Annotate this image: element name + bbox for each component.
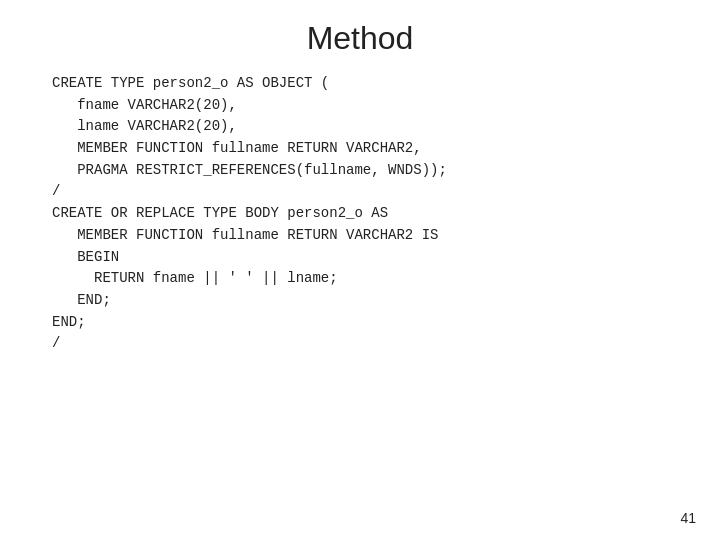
code-block: CREATE TYPE person2_o AS OBJECT ( fname … [0, 73, 720, 355]
code-line-9: BEGIN [52, 247, 690, 269]
code-line-11: END; [52, 290, 690, 312]
code-line-10: RETURN fname || ' ' || lname; [52, 268, 690, 290]
code-line-13: / [52, 333, 690, 355]
page-number: 41 [680, 510, 696, 526]
code-line-6: / [52, 181, 690, 203]
code-line-8: MEMBER FUNCTION fullname RETURN VARCHAR2… [52, 225, 690, 247]
code-line-7: CREATE OR REPLACE TYPE BODY person2_o AS [52, 203, 690, 225]
code-line-1: CREATE TYPE person2_o AS OBJECT ( [52, 73, 690, 95]
code-line-3: lname VARCHAR2(20), [52, 116, 690, 138]
code-line-2: fname VARCHAR2(20), [52, 95, 690, 117]
code-line-4: MEMBER FUNCTION fullname RETURN VARCHAR2… [52, 138, 690, 160]
page-title: Method [0, 0, 720, 73]
code-line-5: PRAGMA RESTRICT_REFERENCES(fullname, WND… [52, 160, 690, 182]
code-line-12: END; [52, 312, 690, 334]
